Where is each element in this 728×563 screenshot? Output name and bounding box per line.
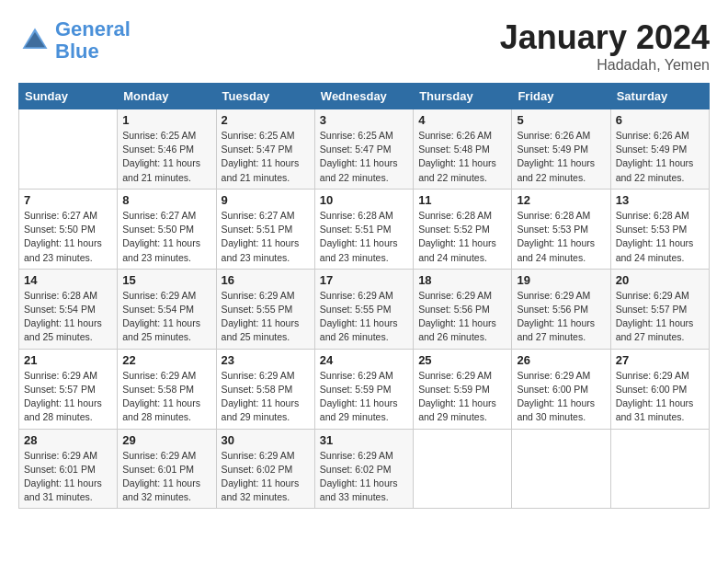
- day-number: 25: [418, 353, 506, 367]
- calendar-cell: 19Sunrise: 6:29 AMSunset: 5:56 PMDayligh…: [512, 269, 610, 349]
- calendar-cell: 27Sunrise: 6:29 AMSunset: 6:00 PMDayligh…: [610, 349, 709, 429]
- calendar-cell: 14Sunrise: 6:28 AMSunset: 5:54 PMDayligh…: [19, 269, 118, 349]
- day-number: 1: [122, 113, 210, 127]
- location: Hadadah, Yemen: [500, 57, 710, 74]
- calendar-cell: 18Sunrise: 6:29 AMSunset: 5:56 PMDayligh…: [414, 269, 512, 349]
- day-number: 6: [616, 113, 704, 127]
- calendar-cell: 23Sunrise: 6:29 AMSunset: 5:58 PMDayligh…: [216, 349, 314, 429]
- day-info: Sunrise: 6:29 AMSunset: 5:57 PMDaylight:…: [24, 369, 112, 425]
- logo: General Blue: [18, 18, 131, 63]
- calendar-cell: 25Sunrise: 6:29 AMSunset: 5:59 PMDayligh…: [414, 349, 512, 429]
- calendar-cell: [512, 429, 610, 509]
- day-number: 31: [320, 433, 408, 447]
- day-number: 4: [418, 113, 506, 127]
- day-number: 27: [616, 353, 704, 367]
- calendar-cell: 12Sunrise: 6:28 AMSunset: 5:53 PMDayligh…: [512, 189, 610, 269]
- day-number: 2: [222, 113, 310, 127]
- day-info: Sunrise: 6:28 AMSunset: 5:53 PMDaylight:…: [517, 209, 605, 265]
- weekday-header: Tuesday: [216, 84, 314, 109]
- day-number: 18: [418, 273, 506, 287]
- calendar-cell: 4Sunrise: 6:26 AMSunset: 5:48 PMDaylight…: [414, 109, 512, 190]
- logo-icon: [18, 24, 51, 57]
- day-number: 22: [122, 353, 210, 367]
- calendar-cell: 1Sunrise: 6:25 AMSunset: 5:46 PMDaylight…: [118, 109, 216, 190]
- day-number: 8: [122, 193, 210, 207]
- day-info: Sunrise: 6:28 AMSunset: 5:54 PMDaylight:…: [24, 289, 112, 345]
- calendar-week-row: 21Sunrise: 6:29 AMSunset: 5:57 PMDayligh…: [19, 349, 710, 429]
- calendar-cell: 31Sunrise: 6:29 AMSunset: 6:02 PMDayligh…: [314, 429, 413, 509]
- logo-text: General Blue: [55, 18, 131, 63]
- calendar-cell: 22Sunrise: 6:29 AMSunset: 5:58 PMDayligh…: [118, 349, 216, 429]
- day-info: Sunrise: 6:29 AMSunset: 6:02 PMDaylight:…: [222, 449, 310, 505]
- calendar-table: SundayMondayTuesdayWednesdayThursdayFrid…: [18, 83, 710, 509]
- day-number: 10: [320, 193, 408, 207]
- day-number: 19: [517, 273, 605, 287]
- day-info: Sunrise: 6:29 AMSunset: 5:59 PMDaylight:…: [418, 369, 506, 425]
- day-info: Sunrise: 6:28 AMSunset: 5:52 PMDaylight:…: [418, 209, 506, 265]
- calendar-cell: 8Sunrise: 6:27 AMSunset: 5:50 PMDaylight…: [118, 189, 216, 269]
- day-info: Sunrise: 6:29 AMSunset: 6:00 PMDaylight:…: [517, 369, 605, 425]
- day-number: 9: [222, 193, 310, 207]
- calendar-cell: 30Sunrise: 6:29 AMSunset: 6:02 PMDayligh…: [216, 429, 314, 509]
- day-number: 14: [24, 273, 112, 287]
- day-info: Sunrise: 6:27 AMSunset: 5:50 PMDaylight:…: [24, 209, 112, 265]
- day-info: Sunrise: 6:29 AMSunset: 5:58 PMDaylight:…: [222, 369, 310, 425]
- day-info: Sunrise: 6:29 AMSunset: 5:56 PMDaylight:…: [418, 289, 506, 345]
- day-number: 29: [122, 433, 210, 447]
- day-info: Sunrise: 6:29 AMSunset: 5:55 PMDaylight:…: [222, 289, 310, 345]
- calendar-cell: [414, 429, 512, 509]
- day-info: Sunrise: 6:25 AMSunset: 5:46 PMDaylight:…: [122, 129, 210, 185]
- day-number: 21: [24, 353, 112, 367]
- day-info: Sunrise: 6:29 AMSunset: 5:54 PMDaylight:…: [122, 289, 210, 345]
- day-info: Sunrise: 6:29 AMSunset: 6:02 PMDaylight:…: [320, 449, 408, 505]
- day-number: 30: [222, 433, 310, 447]
- calendar-week-row: 7Sunrise: 6:27 AMSunset: 5:50 PMDaylight…: [19, 189, 710, 269]
- calendar-cell: 21Sunrise: 6:29 AMSunset: 5:57 PMDayligh…: [19, 349, 118, 429]
- weekday-header: Monday: [118, 84, 216, 109]
- weekday-header: Sunday: [19, 84, 118, 109]
- calendar-cell: 24Sunrise: 6:29 AMSunset: 5:59 PMDayligh…: [314, 349, 413, 429]
- weekday-header: Saturday: [610, 84, 709, 109]
- calendar-week-row: 28Sunrise: 6:29 AMSunset: 6:01 PMDayligh…: [19, 429, 710, 509]
- day-number: 16: [222, 273, 310, 287]
- day-number: 15: [122, 273, 210, 287]
- day-info: Sunrise: 6:26 AMSunset: 5:49 PMDaylight:…: [616, 129, 704, 185]
- weekday-header: Thursday: [414, 84, 512, 109]
- day-info: Sunrise: 6:29 AMSunset: 5:55 PMDaylight:…: [320, 289, 408, 345]
- calendar-cell: 20Sunrise: 6:29 AMSunset: 5:57 PMDayligh…: [610, 269, 709, 349]
- calendar-cell: 11Sunrise: 6:28 AMSunset: 5:52 PMDayligh…: [414, 189, 512, 269]
- day-number: 5: [517, 113, 605, 127]
- title-block: January 2024 Hadadah, Yemen: [500, 18, 710, 74]
- day-info: Sunrise: 6:27 AMSunset: 5:50 PMDaylight:…: [122, 209, 210, 265]
- day-info: Sunrise: 6:25 AMSunset: 5:47 PMDaylight:…: [320, 129, 408, 185]
- calendar-week-row: 1Sunrise: 6:25 AMSunset: 5:46 PMDaylight…: [19, 109, 710, 190]
- calendar-cell: 3Sunrise: 6:25 AMSunset: 5:47 PMDaylight…: [314, 109, 413, 190]
- day-info: Sunrise: 6:26 AMSunset: 5:48 PMDaylight:…: [418, 129, 506, 185]
- day-info: Sunrise: 6:29 AMSunset: 5:59 PMDaylight:…: [320, 369, 408, 425]
- calendar-cell: [19, 109, 118, 190]
- day-info: Sunrise: 6:29 AMSunset: 5:56 PMDaylight:…: [517, 289, 605, 345]
- day-number: 26: [517, 353, 605, 367]
- day-number: 11: [418, 193, 506, 207]
- day-info: Sunrise: 6:29 AMSunset: 6:00 PMDaylight:…: [616, 369, 704, 425]
- page-header: General Blue January 2024 Hadadah, Yemen: [18, 18, 710, 74]
- weekday-header-row: SundayMondayTuesdayWednesdayThursdayFrid…: [19, 84, 710, 109]
- day-info: Sunrise: 6:27 AMSunset: 5:51 PMDaylight:…: [222, 209, 310, 265]
- calendar-cell: 9Sunrise: 6:27 AMSunset: 5:51 PMDaylight…: [216, 189, 314, 269]
- calendar-cell: 13Sunrise: 6:28 AMSunset: 5:53 PMDayligh…: [610, 189, 709, 269]
- weekday-header: Wednesday: [314, 84, 413, 109]
- calendar-cell: 10Sunrise: 6:28 AMSunset: 5:51 PMDayligh…: [314, 189, 413, 269]
- calendar-cell: 16Sunrise: 6:29 AMSunset: 5:55 PMDayligh…: [216, 269, 314, 349]
- calendar-cell: 26Sunrise: 6:29 AMSunset: 6:00 PMDayligh…: [512, 349, 610, 429]
- calendar-cell: 28Sunrise: 6:29 AMSunset: 6:01 PMDayligh…: [19, 429, 118, 509]
- day-info: Sunrise: 6:29 AMSunset: 6:01 PMDaylight:…: [122, 449, 210, 505]
- calendar-cell: 15Sunrise: 6:29 AMSunset: 5:54 PMDayligh…: [118, 269, 216, 349]
- day-info: Sunrise: 6:29 AMSunset: 5:57 PMDaylight:…: [616, 289, 704, 345]
- day-number: 3: [320, 113, 408, 127]
- calendar-cell: 7Sunrise: 6:27 AMSunset: 5:50 PMDaylight…: [19, 189, 118, 269]
- day-info: Sunrise: 6:28 AMSunset: 5:53 PMDaylight:…: [616, 209, 704, 265]
- day-number: 24: [320, 353, 408, 367]
- day-info: Sunrise: 6:26 AMSunset: 5:49 PMDaylight:…: [517, 129, 605, 185]
- month-title: January 2024: [500, 18, 710, 57]
- calendar-cell: 2Sunrise: 6:25 AMSunset: 5:47 PMDaylight…: [216, 109, 314, 190]
